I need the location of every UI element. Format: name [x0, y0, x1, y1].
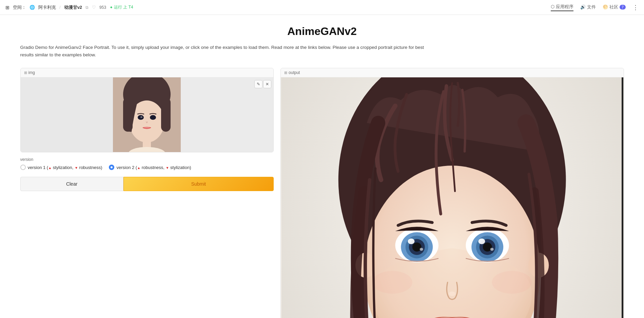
output-icon: ⊞ — [284, 71, 287, 75]
svg-rect-11 — [622, 77, 623, 318]
output-box: ⊞ output — [280, 68, 624, 318]
topnav-right: ⬡ 应用程序 🔊 文件 🌕 社区 7 ⋮ — [551, 4, 639, 11]
nav-app-label: 应用程序 — [556, 4, 573, 10]
community-icon: 🌕 — [603, 4, 608, 10]
version-label: version — [20, 157, 274, 162]
image-input-box: ⊞ img — [20, 68, 274, 152]
button-row: Clear Submit — [20, 177, 274, 191]
svg-rect-4 — [161, 98, 171, 132]
file-icon: 🔊 — [580, 4, 586, 10]
nav-community-label: 社区 — [609, 4, 618, 10]
svg-point-33 — [492, 271, 532, 294]
input-photo — [113, 77, 181, 152]
version2-option[interactable]: version 2 (▲ robustness, ▼ stylization) — [109, 165, 191, 170]
svg-point-30 — [449, 292, 455, 296]
img-label: img — [28, 70, 35, 75]
description: Gradio Demo for AnimeGanv2 Face Portrait… — [20, 44, 427, 58]
app-icon: ⬡ — [551, 4, 554, 9]
svg-point-27 — [483, 243, 492, 252]
left-panel: ⊞ img — [20, 68, 274, 318]
right-panel: ⊞ output — [274, 68, 624, 318]
version-section: version version 1 (▲ stylization, ▼ robu… — [20, 152, 274, 173]
image-box-header: ⊞ img — [21, 68, 274, 77]
up-triangle-v1: ▲ — [48, 166, 52, 170]
version2-radio[interactable] — [109, 165, 114, 170]
close-icon: ✕ — [266, 82, 269, 87]
version1-option[interactable]: version 1 (▲ stylization, ▼ robustness) — [20, 165, 102, 170]
output-anime-svg — [281, 77, 623, 318]
svg-point-32 — [372, 271, 412, 294]
edit-icon: ✎ — [257, 82, 260, 87]
copy-icon[interactable]: ⧉ — [85, 5, 89, 10]
version1-label: version 1 (▲ stylization, ▼ robustness) — [28, 165, 102, 170]
running-badge: ✦ 运行 上 T4 — [110, 4, 133, 10]
running-icon: ✦ — [110, 5, 113, 10]
user-label[interactable]: 阿卡利克 — [38, 4, 56, 11]
svg-point-22 — [420, 248, 423, 251]
clear-button[interactable]: Clear — [20, 177, 123, 191]
main-content: AnimeGANv2 Gradio Demo for AnimeGanv2 Fa… — [7, 15, 638, 318]
version2-label: version 2 (▲ robustness, ▼ stylization) — [116, 165, 191, 170]
svg-point-21 — [408, 239, 414, 244]
svg-point-7 — [140, 116, 142, 118]
output-image-area — [281, 77, 623, 318]
panels-container: ⊞ img — [20, 68, 624, 318]
portrait-svg — [113, 77, 181, 152]
heart-icon[interactable]: ♡ — [92, 5, 96, 10]
submit-button[interactable]: Submit — [123, 177, 274, 191]
space-label: 空间： — [13, 4, 26, 11]
nav-community[interactable]: 🌕 社区 7 — [603, 4, 626, 11]
more-button[interactable]: ⋮ — [632, 4, 639, 11]
down-triangle-v2: ▼ — [166, 166, 169, 170]
slash-sep: / — [59, 5, 61, 10]
close-button[interactable]: ✕ — [263, 80, 271, 88]
topnav-left: ⊞ 空间： 🌐 阿卡利克 / 动漫甘v2 ⧉ ♡ 953 ✦ 运行 上 T4 — [5, 4, 133, 11]
nav-app[interactable]: ⬡ 应用程序 — [551, 4, 573, 11]
down-triangle-v1: ▼ — [75, 166, 78, 170]
radio-group: version 1 (▲ stylization, ▼ robustness) … — [20, 165, 274, 170]
community-badge: 7 — [620, 5, 626, 10]
project-label[interactable]: 动漫甘v2 — [64, 4, 82, 11]
running-label: 运行 上 T4 — [114, 4, 133, 10]
page-title: AnimeGANv2 — [20, 25, 624, 38]
svg-point-20 — [412, 243, 422, 252]
top-navigation: ⊞ 空间： 🌐 阿卡利克 / 动漫甘v2 ⧉ ♡ 953 ✦ 运行 上 T4 ⬡… — [0, 0, 644, 15]
output-box-header: ⊞ output — [281, 68, 623, 77]
image-content-area[interactable]: ✎ ✕ — [21, 77, 274, 152]
edit-button[interactable]: ✎ — [254, 80, 262, 88]
output-label: output — [289, 70, 300, 75]
nav-file[interactable]: 🔊 文件 — [580, 4, 596, 11]
nav-file-label: 文件 — [587, 4, 596, 10]
svg-point-29 — [490, 248, 494, 251]
img-icon: ⊞ — [24, 71, 27, 75]
svg-point-6 — [150, 115, 156, 120]
space-icon: ⊞ — [5, 5, 9, 10]
likes-count: 953 — [99, 5, 106, 10]
version1-radio[interactable] — [20, 165, 26, 170]
up-triangle-v2: ▲ — [137, 166, 140, 170]
separator: 🌐 — [30, 5, 35, 10]
svg-point-28 — [478, 239, 485, 244]
